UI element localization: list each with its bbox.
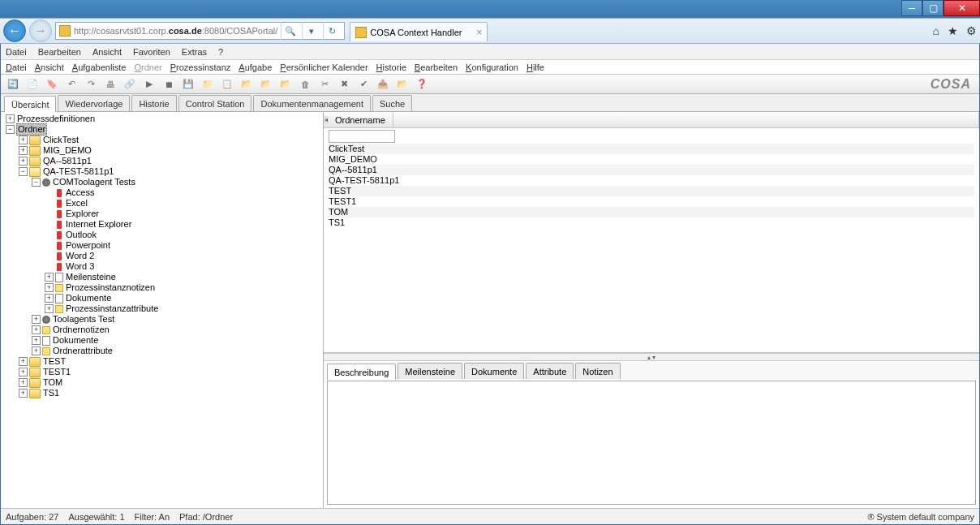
- tb-link-icon[interactable]: 🔗: [122, 77, 137, 92]
- grid-row[interactable]: TS1: [329, 217, 974, 228]
- minimize-button[interactable]: ─: [901, 0, 922, 16]
- dtab-beschreibung[interactable]: Beschreibung: [327, 364, 396, 380]
- dtab-attribute[interactable]: Attribute: [526, 363, 574, 379]
- tab-suche[interactable]: Suche: [372, 95, 412, 111]
- forward-button[interactable]: →: [29, 19, 52, 42]
- grid-col-ordnername[interactable]: Ordnername: [329, 112, 393, 127]
- tab-wiedervorlage[interactable]: Wiedervorlage: [58, 95, 130, 111]
- tree-folder-test1[interactable]: +TEST1: [19, 367, 323, 377]
- tree-app-word2[interactable]: Word 2: [45, 251, 323, 261]
- maximize-button[interactable]: ▢: [922, 0, 943, 16]
- grid-row[interactable]: ClickTest: [329, 144, 974, 154]
- tree-app-outlook[interactable]: Outlook: [45, 230, 323, 240]
- tb-folder4-icon[interactable]: 📂: [278, 77, 293, 92]
- tab-control-station[interactable]: Control Station: [178, 95, 252, 111]
- ie-menu-ansicht[interactable]: Ansicht: [92, 47, 122, 57]
- tools-icon[interactable]: ⚙: [966, 24, 977, 37]
- menu-datei[interactable]: Datei: [6, 62, 27, 72]
- tree-meilensteine[interactable]: +Meilensteine: [45, 272, 323, 282]
- tb-check-icon[interactable]: ✔: [356, 77, 371, 92]
- tree-folder-tom[interactable]: +TOM: [19, 377, 323, 388]
- grid-filter-input[interactable]: [329, 130, 395, 143]
- tree-folder-clicktest[interactable]: +ClickTest: [19, 135, 323, 145]
- menu-ordner[interactable]: Ordner: [134, 62, 161, 72]
- tb-folder-icon[interactable]: 📁: [200, 77, 215, 92]
- tb-copy-icon[interactable]: 📋: [220, 77, 234, 92]
- dtab-meilensteine[interactable]: Meilensteine: [398, 363, 462, 379]
- dtab-notizen[interactable]: Notizen: [575, 363, 620, 379]
- tree-app-ie[interactable]: Internet Explorer: [45, 219, 323, 230]
- back-button[interactable]: ←: [3, 19, 26, 42]
- tree-prozessdefinitionen[interactable]: +Prozessdefinitionen: [6, 114, 323, 124]
- menu-konfiguration[interactable]: Konfiguration: [466, 62, 518, 72]
- tree-app-powerpoint[interactable]: Powerpoint: [45, 240, 323, 251]
- tree-dokumente[interactable]: +Dokumente: [45, 293, 323, 303]
- dropdown-icon[interactable]: ▾: [302, 22, 320, 40]
- menu-aufgabe[interactable]: Aufgabe: [239, 62, 272, 72]
- tree-folder-test[interactable]: +TEST: [19, 356, 323, 367]
- refresh-icon[interactable]: ↻: [323, 22, 341, 40]
- tb-delete-icon[interactable]: 🗑: [298, 77, 312, 92]
- tb-tag-icon[interactable]: 🔖: [45, 77, 59, 92]
- tree-app-access[interactable]: Access: [45, 187, 323, 198]
- tb-open-icon[interactable]: 📂: [395, 77, 410, 92]
- url-field[interactable]: http://cosasrvtst01.corp.cosa.de:8080/CO…: [55, 22, 345, 40]
- ie-menu-bearbeiten[interactable]: Bearbeiten: [38, 47, 81, 57]
- menu-hilfe[interactable]: Hilfe: [527, 62, 544, 72]
- tree-ordner[interactable]: −Ordner: [6, 124, 323, 135]
- favorites-icon[interactable]: ★: [948, 24, 958, 37]
- tree-prozessinstanzattribute[interactable]: +Prozessinstanzattribute: [45, 303, 323, 314]
- tb-folder2-icon[interactable]: 📂: [239, 77, 254, 92]
- tab-dokumentenmanagement[interactable]: Dokumentenmanagement: [253, 95, 371, 111]
- menu-prozessinstanz[interactable]: Prozessinstanz: [170, 62, 231, 72]
- grid-row[interactable]: TEST: [329, 186, 974, 196]
- tree-app-explorer[interactable]: Explorer: [45, 209, 323, 219]
- ie-menu-help[interactable]: ?: [218, 47, 223, 57]
- tree-folder-ts1[interactable]: +TS1: [19, 388, 323, 398]
- tree-folder-qa5811p1[interactable]: +QA--5811p1: [19, 156, 323, 166]
- tb-new-icon[interactable]: 📄: [25, 77, 40, 92]
- tree-comtoolagent-tests[interactable]: −COMToolagent Tests: [32, 177, 323, 187]
- grid-row[interactable]: TEST1: [329, 196, 974, 207]
- menu-aufgabenliste[interactable]: Aufgabenliste: [72, 62, 127, 72]
- tree-folder-qatest5811p1[interactable]: −QA-TEST-5811p1: [19, 166, 323, 177]
- grid-row[interactable]: MIG_DEMO: [329, 154, 974, 165]
- tb-stop-icon[interactable]: ⏹: [161, 77, 176, 92]
- tb-help-icon[interactable]: ❓: [415, 77, 429, 92]
- grid-row[interactable]: QA--5811p1: [329, 165, 974, 175]
- tab-historie[interactable]: Historie: [131, 95, 176, 111]
- tree-ordnerattribute[interactable]: +Ordnerattribute: [32, 346, 323, 356]
- tb-play-icon[interactable]: ▶: [142, 77, 157, 92]
- tree-app-excel[interactable]: Excel: [45, 198, 323, 209]
- tab-uebersicht[interactable]: Übersicht: [4, 96, 56, 112]
- menu-bearbeiten[interactable]: Bearbeiten: [415, 62, 458, 72]
- tree-prozessinstanznotizen[interactable]: +Prozessinstanznotizen: [45, 282, 323, 293]
- tb-cut-icon[interactable]: ✂: [317, 77, 332, 92]
- menu-ansicht[interactable]: Ansicht: [35, 62, 64, 72]
- close-button[interactable]: ✕: [943, 0, 980, 16]
- tb-folder3-icon[interactable]: 📂: [259, 77, 273, 92]
- dtab-dokumente[interactable]: Dokumente: [464, 363, 524, 379]
- menu-persoenlicher-kalender[interactable]: Persönlicher Kalender: [280, 62, 368, 72]
- tb-redo-icon[interactable]: ↷: [84, 77, 98, 92]
- tb-refresh-icon[interactable]: 🔄: [6, 77, 20, 92]
- grid-row[interactable]: QA-TEST-5811p1: [329, 175, 974, 186]
- tree-dokumente2[interactable]: +Dokumente: [32, 335, 323, 346]
- tb-cross-icon[interactable]: ✖: [337, 77, 351, 92]
- tb-save-icon[interactable]: 💾: [181, 77, 196, 92]
- menu-historie[interactable]: Historie: [376, 62, 406, 72]
- ie-menu-datei[interactable]: Datei: [6, 47, 27, 57]
- search-icon[interactable]: 🔍: [281, 22, 299, 40]
- browser-tab[interactable]: COSA Context Handler ×: [350, 22, 488, 41]
- tb-print-icon[interactable]: 🖶: [103, 77, 118, 92]
- tree-ordnernotizen[interactable]: +Ordnernotizen: [32, 325, 323, 335]
- tb-export-icon[interactable]: 📤: [376, 77, 390, 92]
- tab-close-icon[interactable]: ×: [476, 27, 482, 38]
- tree-toolagents-test[interactable]: +Toolagents Test: [32, 314, 323, 325]
- ie-menu-favoriten[interactable]: Favoriten: [133, 47, 170, 57]
- tb-undo-icon[interactable]: ↶: [64, 77, 79, 92]
- grid-row[interactable]: TOM: [329, 207, 974, 217]
- tree-app-word3[interactable]: Word 3: [45, 261, 323, 272]
- tree-folder-migdemo[interactable]: +MIG_DEMO: [19, 145, 323, 156]
- home-icon[interactable]: ⌂: [933, 24, 939, 37]
